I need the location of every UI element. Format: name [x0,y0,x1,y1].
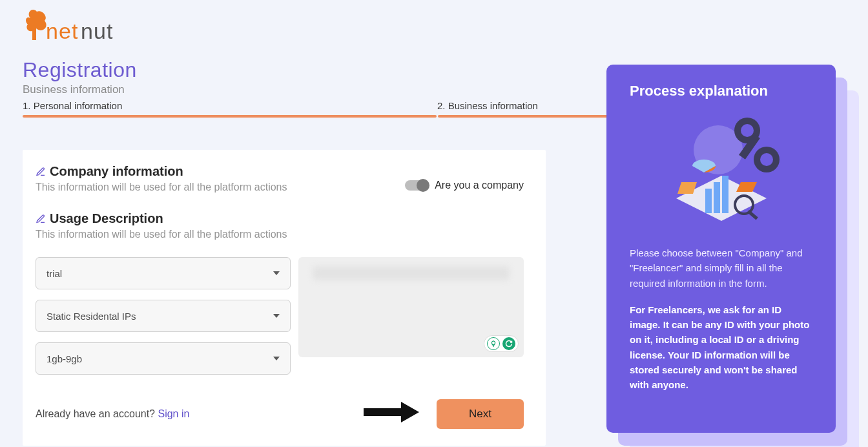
company-toggle-label: Are you a company [435,180,524,191]
description-textarea[interactable] [298,257,524,357]
product-select[interactable]: Static Residental IPs [36,300,291,332]
already-have-account: Already have an account? Sign in [36,408,189,420]
bandwidth-select[interactable]: 1gb-9gb [36,342,291,375]
svg-rect-13 [705,189,712,213]
form-card: Company information This information wil… [23,150,546,446]
svg-text:n: n [81,19,93,43]
side-paragraph-1: Please choose between "Company" and "Fre… [630,245,812,291]
chevron-down-icon [273,357,280,360]
edit-icon [36,167,46,177]
chevron-down-icon [273,314,280,318]
company-section-desc: This information will be used for all th… [36,182,287,193]
analytics-illustration-icon [657,111,786,234]
svg-text:t: t [107,19,113,43]
brand-logo: n e t n u t [23,6,852,45]
svg-point-11 [760,153,773,166]
side-title: Process explanation [630,83,812,99]
blurred-content [313,266,510,280]
product-value: Static Residental IPs [46,311,136,322]
use-case-value: trial [46,268,62,279]
sign-in-link[interactable]: Sign in [158,408,189,419]
svg-rect-14 [714,182,720,213]
pointer-arrow-icon [362,399,420,428]
svg-text:n: n [46,19,58,43]
process-explanation-card: Process explanation [606,65,836,433]
svg-rect-17 [747,210,758,220]
company-toggle[interactable] [405,180,428,191]
company-section-title: Company information [50,164,183,179]
chevron-down-icon [273,271,280,275]
usage-section-desc: This information will be used for all th… [36,229,524,240]
svg-text:t: t [72,19,78,43]
refresh-icon[interactable] [502,337,515,350]
bandwidth-value: 1gb-9gb [46,353,82,364]
step-personal[interactable]: 1. Personal information [23,100,437,115]
lightbulb-icon[interactable] [487,337,500,350]
svg-text:u: u [94,19,106,43]
svg-rect-15 [722,176,728,213]
usage-section-title: Usage Description [50,211,163,226]
svg-marker-19 [736,182,757,192]
next-button[interactable]: Next [437,399,524,429]
step-bar-1 [23,115,437,118]
svg-text:e: e [59,19,71,43]
side-paragraph-2: For Freelancers, we ask for an ID image.… [630,302,812,393]
use-case-select[interactable]: trial [36,257,291,289]
edit-icon [36,214,46,224]
svg-point-9 [741,124,754,137]
grammar-widget[interactable] [484,335,519,352]
